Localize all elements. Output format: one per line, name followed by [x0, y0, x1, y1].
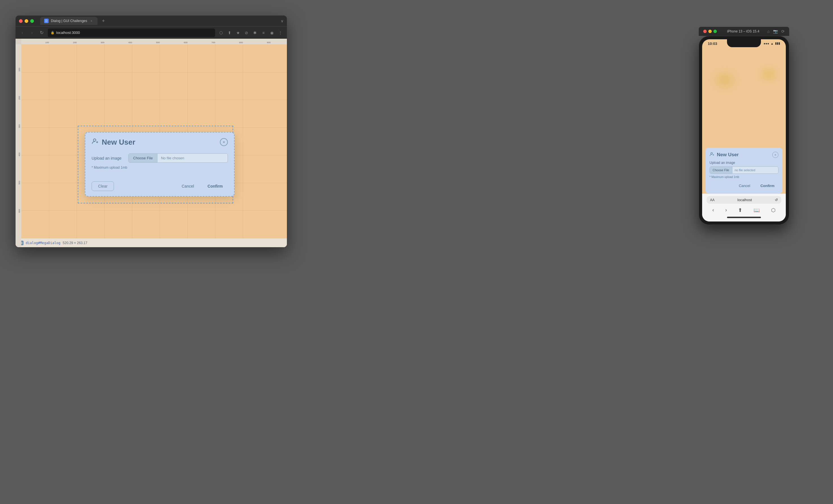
- confirm-btn[interactable]: Confirm: [203, 182, 228, 191]
- traffic-light-red[interactable]: [19, 19, 23, 23]
- ruler-mark-v300: 300: [18, 124, 21, 128]
- grid-line-v-200: [21, 100, 287, 100]
- status-dimensions: 520.29 × 263.17: [63, 241, 87, 245]
- ruler-left: 100 200 300 400 500 600: [16, 44, 21, 247]
- new-user-dialog: New User × Upload an image Choose File N…: [85, 132, 235, 197]
- cancel-btn[interactable]: Cancel: [177, 182, 199, 191]
- iphone-signal-icon: ●●●: [763, 42, 769, 45]
- toolbar-ext-icon[interactable]: ✱: [252, 30, 258, 36]
- tab-add-btn[interactable]: +: [102, 18, 105, 24]
- iphone-cancel-btn[interactable]: Cancel: [735, 182, 754, 190]
- iphone-wifi-icon: ▲: [770, 42, 774, 45]
- toolbar-profile-icon[interactable]: ◉: [269, 30, 275, 36]
- traffic-light-yellow[interactable]: [25, 19, 28, 23]
- iphone-dialog-title: New User: [717, 152, 770, 158]
- iphone-nav-back-btn[interactable]: ‹: [712, 207, 714, 213]
- iphone-upload-hint: * Maximum upload 1mb: [710, 175, 779, 179]
- address-bar[interactable]: 🔒 localhost:3000: [48, 28, 215, 37]
- choose-file-btn[interactable]: Choose File: [128, 154, 158, 162]
- iphone-home-indicator: [727, 217, 761, 218]
- dialog-body: Upload an image Choose File No file chos…: [86, 151, 234, 179]
- iphone-tl-green[interactable]: [713, 30, 717, 33]
- toolbar-menu-icon[interactable]: ⋮: [277, 30, 284, 36]
- toolbar-share-icon[interactable]: ⬆: [227, 30, 233, 36]
- page-content: New User × Upload an image Choose File N…: [21, 44, 287, 247]
- toolbar-bookmark-icon[interactable]: ★: [235, 30, 241, 36]
- tab-favicon: D: [44, 19, 49, 23]
- dialog-footer: Clear Cancel Confirm: [86, 179, 234, 196]
- iphone-url-reload-btn[interactable]: ↺: [775, 198, 778, 202]
- iphone-nav-forward-btn[interactable]: ›: [725, 207, 727, 213]
- iphone-time: 10:03: [708, 42, 717, 46]
- iphone-nav-share-btn[interactable]: ⬆: [738, 207, 742, 213]
- iphone-upload-label: Upload an image: [710, 161, 779, 165]
- iphone-home-icon[interactable]: ⌂: [767, 29, 770, 34]
- iphone-status-icons: ●●● ▲ ▮▮▮: [763, 42, 780, 45]
- ruler-top: 100 200 300 400 500 600 700 800 900: [21, 39, 287, 44]
- ruler-mark-100: 100: [45, 41, 49, 44]
- iphone-dialog-close-btn[interactable]: ×: [772, 152, 779, 158]
- nav-refresh-btn[interactable]: ↻: [38, 29, 45, 36]
- grid-line-v-600: [21, 210, 287, 211]
- iphone-dialog-footer: Cancel Confirm: [710, 182, 779, 190]
- iphone-tl-yellow[interactable]: [708, 30, 712, 33]
- browser-titlebar: D Dialog | GUI Challenges × + ∨: [16, 16, 287, 26]
- nav-back-btn[interactable]: ‹: [19, 29, 26, 36]
- browser-toolbar-icons: ⬡ ⬆ ★ ⊘ ✱ ≡ ◉ ⋮: [218, 30, 284, 36]
- iphone-choose-file-btn[interactable]: Choose File: [710, 167, 732, 174]
- tab-close-btn[interactable]: ×: [90, 19, 94, 23]
- iphone-tl-red[interactable]: [703, 30, 707, 33]
- iphone-device: 10:03 ●●● ▲ ▮▮▮: [699, 36, 789, 225]
- iphone-file-row: Choose File no file selected: [710, 167, 779, 174]
- file-upload-row: Upload an image Choose File No file chos…: [92, 153, 228, 163]
- iphone-dialog-user-icon: [710, 152, 715, 158]
- address-text: localhost:3000: [56, 30, 80, 35]
- iphone-nav-bookmarks-btn[interactable]: 📖: [754, 207, 760, 213]
- iphone-blur-decoration-1: [711, 69, 739, 91]
- browser-tab[interactable]: D Dialog | GUI Challenges ×: [40, 17, 97, 25]
- toolbar-cast-icon[interactable]: ⬡: [218, 30, 224, 36]
- iphone-rotate-icon[interactable]: ⟳: [781, 29, 785, 34]
- status-selector: dialog#MegaDialog: [26, 241, 61, 245]
- nav-forward-btn[interactable]: ›: [28, 29, 35, 36]
- no-file-text: No file chosen: [158, 154, 228, 162]
- dialog-close-btn[interactable]: ×: [220, 138, 228, 146]
- svg-point-7: [711, 153, 713, 154]
- ruler-mark-200: 200: [73, 41, 77, 44]
- iphone-screen: 10:03 ●●● ▲ ▮▮▮: [702, 39, 786, 222]
- iphone-dialog: New User × Upload an image Choose File n…: [706, 148, 782, 194]
- iphone-url-aa: AA: [710, 198, 715, 202]
- toolbar-stop-icon[interactable]: ⊘: [243, 30, 249, 36]
- traffic-light-green[interactable]: [30, 19, 34, 23]
- iphone-dialog-header: New User ×: [710, 152, 779, 158]
- iphone-nav-bar: ‹ › ⬆ 📖 ⬡: [707, 206, 781, 216]
- ruler-mark-800: 800: [239, 41, 243, 44]
- iphone-notch: [727, 39, 761, 47]
- grid-line-v-100: [21, 72, 287, 72]
- file-input-wrapper: Choose File No file chosen: [128, 153, 228, 163]
- iphone-titlebar: iPhone 13 – iOS 15.4 ⌂ 📷 ⟳: [699, 27, 789, 36]
- ruler-container: 100 200 300 400 500 600 700 800 900 100 …: [16, 39, 287, 247]
- ruler-mark-300: 300: [101, 41, 104, 44]
- iphone-confirm-btn[interactable]: Confirm: [756, 182, 779, 190]
- ruler-mark-900: 900: [267, 41, 270, 44]
- toolbar-tab-icon[interactable]: ≡: [260, 30, 266, 36]
- ruler-mark-500: 500: [156, 41, 160, 44]
- iphone-url-bar[interactable]: AA localhost ↺: [707, 196, 781, 204]
- iphone-device-title: iPhone 13 – iOS 15.4: [721, 29, 765, 33]
- tab-expand-btn[interactable]: ∨: [281, 19, 284, 23]
- ruler-mark-v200: 200: [18, 96, 21, 100]
- clear-btn[interactable]: Clear: [92, 181, 114, 191]
- iphone-screenshot-icon[interactable]: 📷: [773, 29, 778, 34]
- iphone-nav-tabs-btn[interactable]: ⬡: [771, 207, 776, 213]
- browser-window: D Dialog | GUI Challenges × + ∨ ‹ › ↻ 🔒 …: [16, 16, 287, 247]
- tab-title: Dialog | GUI Challenges: [51, 19, 87, 23]
- iphone-traffic-lights: [703, 30, 717, 33]
- traffic-lights: [19, 19, 34, 23]
- iphone-blur-decoration-2: [758, 66, 780, 83]
- iphone-page-bg: [702, 52, 786, 148]
- iphone-url-text: localhost: [717, 198, 772, 202]
- browser-addressbar: ‹ › ↻ 🔒 localhost:3000 ⬡ ⬆ ★ ⊘ ✱ ≡ ◉ ⋮: [16, 26, 287, 39]
- ruler-mark-600: 600: [184, 41, 187, 44]
- upload-hint: * Maximum upload 1mb: [92, 166, 228, 170]
